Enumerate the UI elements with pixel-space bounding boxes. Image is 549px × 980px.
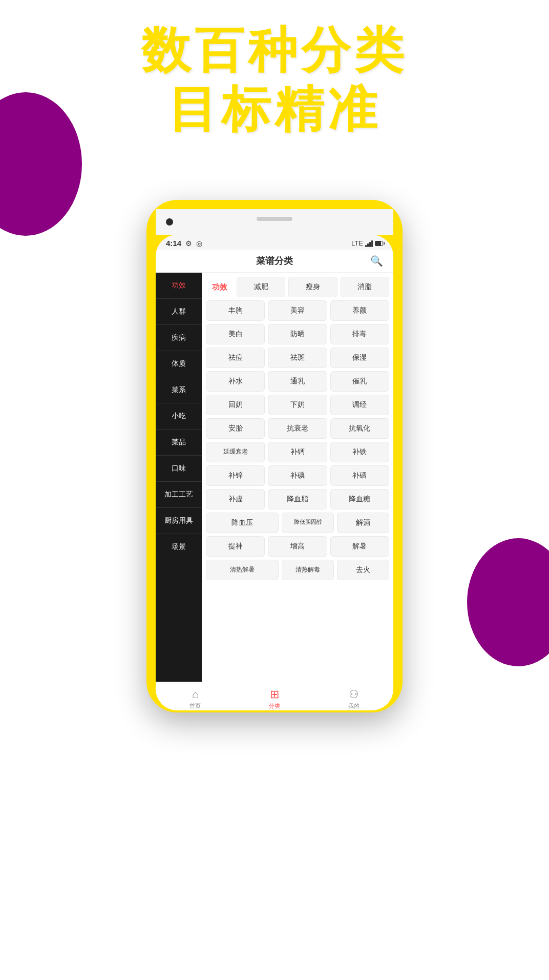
status-bar: 4:14 ⚙ ◎ LTE: [156, 235, 393, 250]
tag-补硒[interactable]: 补硒: [330, 465, 389, 486]
category-row-2: 美白 防晒 排毒: [206, 324, 389, 344]
gear-icon: ⚙: [185, 239, 192, 248]
sidebar-item-菜系[interactable]: 菜系: [156, 377, 202, 403]
category-row-12: 清热解暑 清热解毒 去火: [206, 560, 389, 580]
search-button[interactable]: 🔍: [370, 255, 383, 267]
sidebar-item-体质[interactable]: 体质: [156, 351, 202, 377]
tag-清热解毒[interactable]: 清热解毒: [282, 560, 334, 580]
sidebar-item-菜品[interactable]: 菜品: [156, 430, 202, 456]
tag-下奶[interactable]: 下奶: [268, 395, 327, 415]
tag-回奶[interactable]: 回奶: [206, 395, 265, 415]
tag-美白[interactable]: 美白: [206, 324, 265, 344]
signal-icon: [365, 240, 373, 247]
sidebar-item-小吃[interactable]: 小吃: [156, 403, 202, 430]
bg-decoration-right: [467, 538, 549, 666]
tag-补钙[interactable]: 补钙: [268, 442, 327, 462]
tag-补铁[interactable]: 补铁: [330, 442, 389, 462]
active-category-label: 功效: [206, 278, 234, 296]
tag-丰胸[interactable]: 丰胸: [206, 300, 265, 321]
category-grid: 功效 减肥 瘦身 消脂 丰胸 美容 养颜 美白 防晒: [202, 273, 393, 682]
tag-防晒[interactable]: 防晒: [268, 324, 327, 344]
tag-消脂[interactable]: 消脂: [341, 277, 389, 297]
category-sidebar: 功效 人群 疾病 体质 菜系 小吃 菜品 口味 加工工艺 厨房用具 场景: [156, 273, 202, 682]
notch-center: [257, 214, 292, 221]
category-row-7: 延缓衰老 补钙 补铁: [206, 442, 389, 462]
tag-祛痘[interactable]: 祛痘: [206, 348, 265, 368]
speaker-bar: [257, 217, 292, 221]
category-row-11: 提神 增高 解暑: [206, 536, 389, 557]
tag-安胎[interactable]: 安胎: [206, 418, 265, 439]
hero-line1: 数百种分类: [0, 21, 549, 79]
tag-延缓衰老[interactable]: 延缓衰老: [206, 442, 265, 462]
category-row-8: 补锌 补碘 补硒: [206, 465, 389, 486]
status-time: 4:14: [166, 239, 181, 248]
phone-notch: [156, 209, 393, 235]
category-row-4: 补水 通乳 催乳: [206, 371, 389, 392]
tag-瘦身[interactable]: 瘦身: [288, 277, 337, 297]
tag-减肥[interactable]: 减肥: [237, 277, 285, 297]
tag-催乳[interactable]: 催乳: [330, 371, 389, 392]
home-icon: ⌂: [192, 688, 199, 701]
lte-label: LTE: [351, 239, 363, 247]
tag-解暑[interactable]: 解暑: [330, 536, 389, 557]
tag-降低胆固醇[interactable]: 降低胆固醇: [282, 513, 334, 533]
tag-去火[interactable]: 去火: [337, 560, 389, 580]
tag-补水[interactable]: 补水: [206, 371, 265, 392]
tag-补碘[interactable]: 补碘: [268, 465, 327, 486]
tag-补虚[interactable]: 补虚: [206, 489, 265, 509]
sidebar-item-效[interactable]: 功效: [156, 273, 202, 299]
category-row-10: 降血压 降低胆固醇 解酒: [206, 513, 389, 533]
app-header: 菜谱分类 🔍: [156, 250, 393, 273]
location-icon: ◎: [196, 239, 202, 248]
category-row-6: 安胎 抗衰老 抗氧化: [206, 418, 389, 439]
tag-提神[interactable]: 提神: [206, 536, 265, 557]
app-content: 功效 人群 疾病 体质 菜系 小吃 菜品 口味 加工工艺 厨房用具 场景: [156, 273, 393, 682]
nav-profile-label: 我的: [348, 702, 360, 710]
category-row-9: 补虚 降血脂 降血糖: [206, 489, 389, 509]
nav-category-label: 分类: [269, 702, 280, 710]
app-title: 菜谱分类: [256, 255, 293, 267]
sidebar-item-厨房用具[interactable]: 厨房用具: [156, 508, 202, 534]
tag-美容[interactable]: 美容: [268, 300, 327, 321]
category-row-5: 回奶 下奶 调经: [206, 395, 389, 415]
category-top-row: 功效 减肥 瘦身 消脂: [206, 277, 389, 297]
tag-抗衰老[interactable]: 抗衰老: [268, 418, 327, 439]
status-right: LTE: [351, 239, 383, 247]
bottom-navigation: ⌂ 首页 ⊞ 分类 ⚇ 我的: [156, 682, 393, 710]
nav-home[interactable]: ⌂ 首页: [179, 686, 211, 711]
category-row-3: 祛痘 祛斑 保湿: [206, 348, 389, 368]
tag-养颜[interactable]: 养颜: [330, 300, 389, 321]
battery-icon: [375, 241, 383, 246]
tag-清热解暑[interactable]: 清热解暑: [206, 560, 279, 580]
tag-降血脂[interactable]: 降血脂: [268, 489, 327, 509]
tag-通乳[interactable]: 通乳: [268, 371, 327, 392]
user-icon: ⚇: [349, 688, 359, 701]
tag-排毒[interactable]: 排毒: [330, 324, 389, 344]
sidebar-item-人群[interactable]: 人群: [156, 299, 202, 325]
nav-profile[interactable]: ⚇ 我的: [338, 686, 370, 711]
tag-降血糖[interactable]: 降血糖: [330, 489, 389, 509]
tag-保湿[interactable]: 保湿: [330, 348, 389, 368]
phone-mockup: 4:14 ⚙ ◎ LTE 菜谱分类 🔍: [146, 200, 403, 712]
category-row-1: 丰胸 美容 养颜: [206, 300, 389, 321]
tag-祛斑[interactable]: 祛斑: [268, 348, 327, 368]
tag-抗氧化[interactable]: 抗氧化: [330, 418, 389, 439]
sidebar-item-场景[interactable]: 场景: [156, 534, 202, 560]
grid-icon: ⊞: [270, 688, 279, 701]
tag-补锌[interactable]: 补锌: [206, 465, 265, 486]
hero-section: 数百种分类 目标精准: [0, 21, 549, 138]
phone-screen: 4:14 ⚙ ◎ LTE 菜谱分类 🔍: [156, 235, 393, 710]
tag-降血压[interactable]: 降血压: [206, 513, 279, 533]
nav-category[interactable]: ⊞ 分类: [259, 686, 290, 711]
hero-line2: 目标精准: [0, 79, 549, 138]
sidebar-item-疾病[interactable]: 疾病: [156, 325, 202, 351]
phone-outer-shell: 4:14 ⚙ ◎ LTE 菜谱分类 🔍: [146, 200, 403, 712]
camera-dot: [166, 218, 173, 226]
tag-调经[interactable]: 调经: [330, 395, 389, 415]
status-left: 4:14 ⚙ ◎: [166, 239, 202, 248]
sidebar-item-加工工艺[interactable]: 加工工艺: [156, 482, 202, 508]
tag-增高[interactable]: 增高: [268, 536, 327, 557]
sidebar-item-口味[interactable]: 口味: [156, 456, 202, 482]
nav-home-label: 首页: [189, 702, 201, 710]
tag-解酒[interactable]: 解酒: [337, 513, 389, 533]
